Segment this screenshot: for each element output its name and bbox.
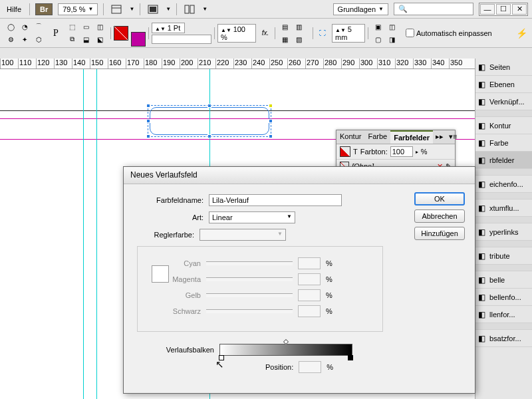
wrap-1-icon[interactable]: ▤ xyxy=(278,21,291,33)
ellipse-tool-icon[interactable]: ◯ xyxy=(4,21,17,33)
panel-item-2[interactable]: ◧Verknüpf... xyxy=(475,93,532,110)
bridge-button[interactable]: Br xyxy=(35,3,53,15)
workspace-combo[interactable]: Grundlagen ▼ xyxy=(333,3,388,15)
panel-icon: ◧ xyxy=(478,334,485,343)
tab-farbfelder[interactable]: Farbfelder xyxy=(390,130,433,144)
fill-swatch[interactable] xyxy=(114,26,128,41)
swatchname-input[interactable] xyxy=(209,194,342,206)
black-slider[interactable] xyxy=(206,309,293,313)
magenta-value[interactable] xyxy=(298,273,321,285)
right-panel-dock: ◧Seiten◧Ebenen◧Verknüpf...◧Kontur◧Farbe◧… xyxy=(475,59,532,399)
panel-item-19 xyxy=(475,323,532,330)
cancel-button[interactable]: Abbrechen xyxy=(414,209,465,223)
center-icon[interactable]: ▢ xyxy=(371,33,384,45)
polygon-tool-icon[interactable]: ⬡ xyxy=(32,33,45,45)
position-value[interactable] xyxy=(299,361,321,373)
cursor-icon: ↖ xyxy=(215,358,224,370)
panel-item-1[interactable]: ◧Ebenen xyxy=(475,76,532,93)
panel-item-18[interactable]: ◧llenfor... xyxy=(475,306,532,323)
object-tool-1-icon[interactable]: ⬚ xyxy=(65,21,78,33)
panel-item-14[interactable]: ◧tribute xyxy=(475,247,532,265)
fill-stroke-icon[interactable] xyxy=(340,146,350,157)
panel-item-7 xyxy=(475,169,532,176)
fit-content-icon[interactable]: ▣ xyxy=(371,21,384,33)
panel-item-20[interactable]: ◧bsatzfor... xyxy=(475,330,532,347)
pie-tool-icon[interactable]: ◔ xyxy=(18,21,31,33)
panel-icon: ◧ xyxy=(478,121,485,130)
panel-icon: ◧ xyxy=(478,97,485,106)
search-input[interactable]: 🔍 xyxy=(394,3,473,15)
fit-icon[interactable]: ⛶ xyxy=(316,27,329,39)
wrap-4-icon[interactable]: ▧ xyxy=(292,33,305,45)
yellow-value[interactable] xyxy=(298,289,321,301)
panel-icon: ◧ xyxy=(478,203,485,213)
magenta-slider[interactable] xyxy=(206,277,293,281)
view-options-icon[interactable] xyxy=(109,2,124,17)
zoom-level[interactable]: 79,5 % ▼ xyxy=(58,3,98,15)
text-color-icon[interactable]: T xyxy=(353,148,358,156)
arc-tool-icon[interactable]: ⌒ xyxy=(32,21,45,33)
object-tool-6-icon[interactable]: ⬕ xyxy=(93,33,106,45)
minimize-button[interactable]: — xyxy=(480,4,495,15)
panel-item-13 xyxy=(475,241,532,247)
dialog-title: Neues Verlaufsfeld xyxy=(124,167,475,184)
type-tool-icon[interactable]: P xyxy=(49,27,63,39)
type-label: Art: xyxy=(137,213,203,221)
panel-item-8[interactable]: ◧eichenfo... xyxy=(475,176,532,193)
panel-item-17[interactable]: ◧bellenfo... xyxy=(475,289,532,306)
panel-icon: ◧ xyxy=(478,63,485,72)
stroke-weight[interactable]: ▲▼ 1 Pt xyxy=(152,23,185,33)
close-button[interactable]: ✕ xyxy=(512,4,527,15)
menu-help[interactable]: Hilfe xyxy=(4,4,24,15)
object-tool-2-icon[interactable]: ▭ xyxy=(79,21,92,33)
gear-tool-icon[interactable]: ⚙ xyxy=(4,33,17,45)
arrange-icon[interactable] xyxy=(182,2,197,17)
tab-kontur[interactable]: Kontur xyxy=(336,130,364,144)
ok-button[interactable]: OK xyxy=(414,192,465,205)
panel-icon: ◧ xyxy=(478,251,485,261)
screen-mode-icon[interactable] xyxy=(146,2,160,17)
wrap-2-icon[interactable]: ▥ xyxy=(292,21,305,33)
stroke-style[interactable] xyxy=(152,35,211,44)
black-value[interactable] xyxy=(298,305,321,317)
panel-item-16[interactable]: ◧belle xyxy=(475,271,532,289)
fill-frame-icon[interactable]: ◨ xyxy=(385,33,398,45)
tab-farbe[interactable]: Farbe xyxy=(364,130,390,144)
object-tool-3-icon[interactable]: ◫ xyxy=(93,21,106,33)
spacing[interactable]: ▲▼ 5 mm xyxy=(332,24,365,43)
star-tool-icon[interactable]: ✦ xyxy=(18,33,31,45)
panel-item-12[interactable]: ◧yperlinks xyxy=(475,223,532,241)
panel-menu-icon[interactable]: ▾≡ xyxy=(446,130,460,144)
maximize-button[interactable]: ☐ xyxy=(496,4,511,15)
stopcolor-combo[interactable]: ▼ xyxy=(200,229,286,241)
gradient-stop-right[interactable] xyxy=(348,355,353,360)
swatches-tabs: Kontur Farbe Farbfelder ▸▸ ▾≡ xyxy=(336,130,455,144)
tint-value[interactable] xyxy=(390,146,413,157)
object-tool-5-icon[interactable]: ⬓ xyxy=(79,33,92,45)
panel-item-4[interactable]: ◧Kontur xyxy=(475,117,532,134)
type-combo[interactable]: Linear▼ xyxy=(209,211,295,223)
svg-rect-0 xyxy=(112,5,121,13)
wrap-3-icon[interactable]: ▦ xyxy=(278,33,291,45)
add-button[interactable]: Hinzufügen xyxy=(414,227,465,240)
autofit-checkbox[interactable]: Automatisch einpassen xyxy=(406,29,492,37)
swatchname-label: Farbfeldname: xyxy=(137,196,203,204)
ramp-label: Verlaufsbalken xyxy=(137,346,214,354)
panel-item-5[interactable]: ◧Farbe xyxy=(475,134,532,152)
stroke-swatch[interactable] xyxy=(131,32,146,47)
cyan-value[interactable] xyxy=(298,257,321,269)
panel-item-15 xyxy=(475,265,532,271)
yellow-slider[interactable] xyxy=(206,293,293,297)
fx-icon[interactable]: fx. xyxy=(259,27,272,39)
gradient-ramp[interactable] xyxy=(219,344,352,356)
panel-item-10[interactable]: ◧xtumflu... xyxy=(475,200,532,217)
object-tool-4-icon[interactable]: ⧉ xyxy=(65,33,78,45)
flash-icon[interactable]: ⚡ xyxy=(515,27,528,39)
opacity[interactable]: ▲▼ 100 % xyxy=(217,24,256,43)
panel-item-6[interactable]: ◧rbfelder xyxy=(475,152,532,169)
panel-item-0[interactable]: ◧Seiten xyxy=(475,59,532,76)
gradient-midpoint[interactable] xyxy=(283,339,289,344)
cyan-slider[interactable] xyxy=(206,261,293,265)
fit-frame-icon[interactable]: ◫ xyxy=(385,21,398,33)
panel-collapse-icon[interactable]: ▸▸ xyxy=(433,130,446,144)
